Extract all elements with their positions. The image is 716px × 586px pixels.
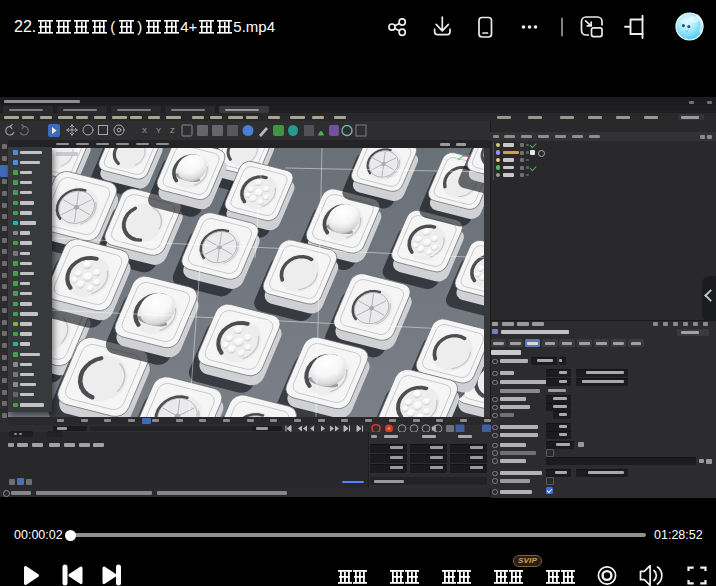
svg-text:X: X [142,126,147,135]
svg-text:Y: Y [156,126,161,135]
svg-text:Z: Z [170,126,175,135]
